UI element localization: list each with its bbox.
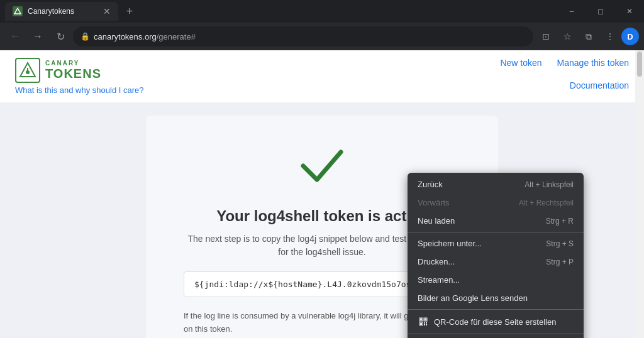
address-text: canarytokens.org/generate#: [94, 32, 526, 41]
back-button[interactable]: ←: [5, 26, 25, 46]
logo-tokens: TOKENS: [45, 67, 101, 81]
svg-rect-9: [420, 323, 422, 325]
documentation-link[interactable]: Documentation: [570, 80, 629, 90]
ctx-save-shortcut: Strg + S: [546, 239, 574, 248]
address-bar[interactable]: 🔒 canarytokens.org/generate#: [73, 26, 533, 46]
ctx-lens-label: Bilder an Google Lens senden: [418, 293, 574, 303]
address-path: /generate#: [157, 32, 196, 41]
svg-marker-0: [14, 8, 21, 14]
active-tab[interactable]: Canarytokens ✕: [5, 2, 118, 21]
address-domain: canarytokens.org: [94, 32, 157, 41]
ctx-reload-label: Neu laden: [418, 216, 538, 226]
context-menu-item-back[interactable]: Zurück Alt + Linkspfeil: [408, 175, 584, 194]
window-controls: – ◻ ✕: [557, 1, 644, 21]
logo-text: CANARY TOKENS: [45, 60, 101, 81]
context-menu-item-forward[interactable]: Vorwärts Alt + Rechtspfeil: [408, 194, 584, 212]
svg-rect-12: [424, 324, 425, 325]
tab-close-button[interactable]: ✕: [103, 6, 111, 16]
ctx-reload-shortcut: Strg + R: [546, 217, 574, 226]
svg-rect-7: [425, 319, 426, 320]
manage-token-link[interactable]: Manage this token: [557, 58, 629, 68]
toolbar-icons: ⊡ ☆ ⧉ ⋮ D: [536, 26, 639, 46]
nav-links: New token Manage this token Documentatio…: [500, 58, 629, 90]
ctx-save-label: Speichern unter...: [418, 239, 538, 248]
ctx-divider-3: [408, 334, 584, 334]
logo-canary: CANARY: [45, 60, 101, 67]
ctx-print-shortcut: Strg + P: [546, 258, 574, 266]
logo-icon: [15, 58, 40, 83]
site-header: CANARY TOKENS What is this and why shoul…: [0, 50, 644, 103]
context-menu-item-qr[interactable]: QR-Code für diese Seite erstellen: [408, 312, 584, 332]
ctx-divider-2: [408, 309, 584, 310]
page-area: CANARY TOKENS What is this and why shoul…: [0, 50, 644, 338]
ctx-divider-1: [408, 232, 584, 232]
qr-icon: [418, 316, 429, 327]
cast-icon[interactable]: ⊡: [536, 26, 556, 46]
address-bar-row: ← → ↻ 🔒 canarytokens.org/generate# ⊡ ☆ ⧉…: [0, 23, 644, 50]
more-icon[interactable]: ⋮: [600, 26, 620, 46]
reload-button[interactable]: ↻: [50, 26, 70, 46]
forward-button[interactable]: →: [28, 26, 48, 46]
extensions-icon[interactable]: ⧉: [579, 26, 599, 46]
logo: CANARY TOKENS: [15, 58, 144, 83]
svg-rect-5: [420, 319, 422, 320]
ctx-back-shortcut: Alt + Linkspfeil: [525, 180, 574, 189]
context-menu-item-lens[interactable]: Bilder an Google Lens senden: [408, 289, 584, 307]
ctx-qr-label: QR-Code für diese Seite erstellen: [434, 317, 574, 327]
tagline-link[interactable]: What is this and why should I care?: [15, 85, 144, 95]
ctx-forward-label: Vorwärts: [418, 198, 511, 207]
ctx-stream-label: Streamen...: [418, 275, 574, 285]
tab-favicon: [13, 6, 23, 16]
close-button[interactable]: ✕: [615, 1, 644, 21]
maximize-button[interactable]: ◻: [586, 1, 615, 21]
ctx-back-label: Zurück: [418, 180, 517, 189]
new-token-link[interactable]: New token: [500, 58, 541, 68]
context-menu-item-stream[interactable]: Streamen...: [408, 271, 584, 289]
svg-point-2: [26, 70, 30, 74]
nav-top: New token Manage this token: [500, 58, 629, 68]
lock-icon: 🔒: [80, 32, 90, 41]
svg-rect-10: [424, 322, 425, 324]
ctx-forward-shortcut: Alt + Rechtspfeil: [519, 199, 574, 207]
context-menu-item-print[interactable]: Drucken... Strg + P: [408, 253, 584, 271]
tab-bar: Canarytokens ✕ + – ◻ ✕: [0, 0, 644, 23]
profile-button[interactable]: D: [621, 28, 639, 45]
svg-rect-13: [426, 324, 427, 325]
new-tab-button[interactable]: +: [121, 3, 138, 20]
context-menu-item-save[interactable]: Speichern unter... Strg + S: [408, 234, 584, 253]
scrollbar-thumb[interactable]: [637, 52, 642, 77]
minimize-button[interactable]: –: [557, 1, 586, 21]
context-menu: Zurück Alt + Linkspfeil Vorwärts Alt + R…: [408, 173, 584, 338]
tab-title: Canarytokens: [28, 7, 98, 16]
logo-area: CANARY TOKENS What is this and why shoul…: [15, 58, 144, 95]
context-menu-item-reload[interactable]: Neu laden Strg + R: [408, 212, 584, 230]
svg-rect-11: [426, 322, 427, 324]
scrollbar[interactable]: [635, 50, 644, 338]
ctx-print-label: Drucken...: [418, 257, 538, 266]
bookmark-icon[interactable]: ☆: [557, 26, 577, 46]
